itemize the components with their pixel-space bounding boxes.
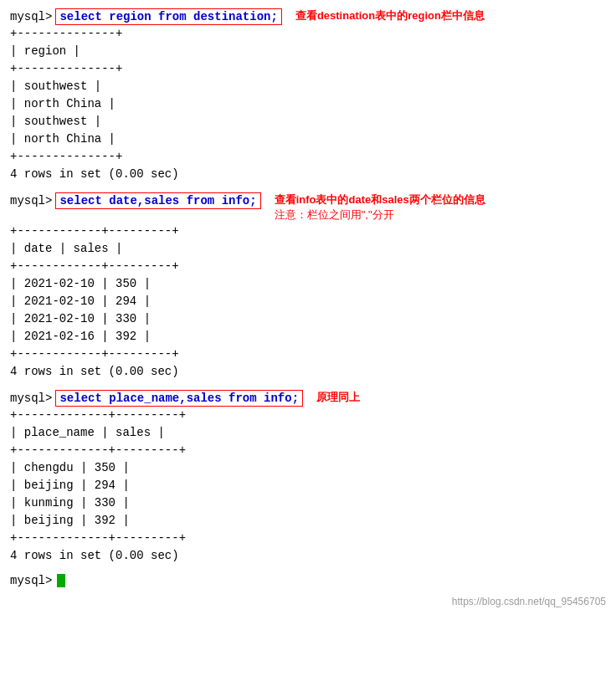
footer-url: https://blog.csdn.net/qq_95456705	[10, 596, 606, 607]
command-line-3: mysql> select place_name,sales from info…	[10, 390, 606, 407]
sql-command-3: select place_name,sales from info;	[55, 390, 303, 407]
table-row: | 2021-02-10 | 294 |	[10, 293, 606, 310]
table-header-1: | region |	[10, 43, 606, 60]
result-line-3: 4 rows in set (0.00 sec)	[10, 549, 606, 562]
table-row: | 2021-02-10 | 350 |	[10, 275, 606, 293]
table-row: | kunming | 330 |	[10, 494, 606, 512]
separator-bottom-3: +-------------+---------+	[10, 530, 606, 547]
command-line-2: mysql> select date,sales from info; 查看in…	[10, 192, 606, 223]
comment-block-1: 查看destination表中的region栏中信息	[289, 8, 485, 23]
separator-header-3: +-------------+---------+	[10, 442, 606, 459]
separator-header-2: +------------+---------+	[10, 258, 606, 275]
final-prompt-line: mysql>	[10, 574, 606, 587]
table-row: | beijing | 294 |	[10, 477, 606, 494]
mysql-prompt-1: mysql>	[10, 10, 52, 23]
table-row: | north China |	[10, 95, 606, 113]
mysql-prompt-2: mysql>	[10, 194, 52, 207]
separator-bottom-1: +--------------+	[10, 148, 606, 166]
table-row: | 2021-02-16 | 392 |	[10, 328, 606, 346]
separator-header-1: +--------------+	[10, 60, 606, 78]
mysql-prompt-3: mysql>	[10, 392, 52, 405]
separator-top-3: +-------------+---------+	[10, 407, 606, 424]
table-header-2: | date | sales |	[10, 240, 606, 258]
table-row: | southwest |	[10, 78, 606, 95]
table-row: | beijing | 392 |	[10, 512, 606, 530]
table-output-3: +-------------+---------+ | place_name |…	[10, 407, 606, 547]
sql-command-2: select date,sales from info;	[55, 192, 260, 209]
sql-command-1: select region from destination;	[55, 8, 281, 25]
comment-block-2: 查看info表中的date和sales两个栏位的信息 注意：栏位之间用","分开	[268, 192, 485, 223]
separator-top-2: +------------+---------+	[10, 223, 606, 240]
comment-2-line1: 查看info表中的date和sales两个栏位的信息	[275, 192, 485, 207]
final-mysql-prompt: mysql>	[10, 574, 52, 587]
comment-3-line1: 原理同上	[316, 390, 360, 405]
table-row: | north China |	[10, 131, 606, 148]
result-line-2: 4 rows in set (0.00 sec)	[10, 365, 606, 378]
table-header-3: | place_name | sales |	[10, 424, 606, 442]
block-2: mysql> select date,sales from info; 查看in…	[10, 192, 606, 378]
comment-2-line2: 注意：栏位之间用","分开	[275, 207, 485, 223]
block-3: mysql> select place_name,sales from info…	[10, 390, 606, 562]
comment-1-line1: 查看destination表中的region栏中信息	[295, 8, 485, 23]
separator-bottom-2: +------------+---------+	[10, 346, 606, 363]
table-output-1: +--------------+ | region | +-----------…	[10, 25, 606, 166]
table-row: | chengdu | 350 |	[10, 459, 606, 477]
command-line-1: mysql> select region from destination; 查…	[10, 8, 606, 25]
table-row: | 2021-02-10 | 330 |	[10, 310, 606, 328]
separator-top-1: +--------------+	[10, 25, 606, 43]
table-output-2: +------------+---------+ | date | sales …	[10, 223, 606, 363]
cursor-block	[57, 574, 65, 587]
block-1: mysql> select region from destination; 查…	[10, 8, 606, 181]
result-line-1: 4 rows in set (0.00 sec)	[10, 167, 606, 181]
table-row: | southwest |	[10, 113, 606, 131]
comment-block-3: 原理同上	[310, 390, 360, 405]
